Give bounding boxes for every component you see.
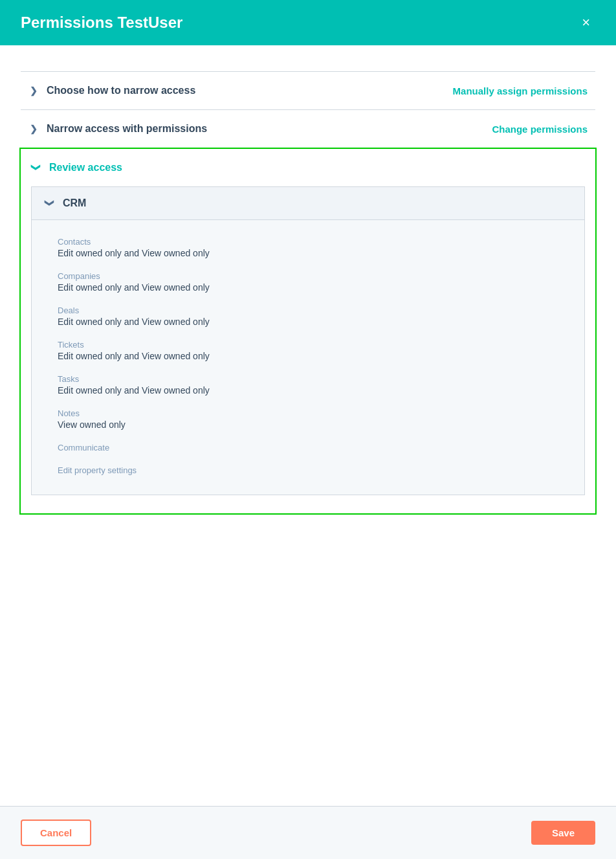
accordion-header-narrow-access[interactable]: Narrow access with permissions Change pe… [21,110,595,148]
permission-value-deals: Edit owned only and View owned only [58,317,569,327]
review-access-title: Review access [49,162,122,173]
permission-item-tasks: Tasks Edit owned only and View owned onl… [58,368,569,402]
permission-label-tasks: Tasks [58,374,569,384]
permission-item-communicate: Communicate [58,436,569,459]
chevron-down-icon [31,162,41,173]
permission-value-tasks: Edit owned only and View owned only [58,385,569,396]
permission-value-contacts: Edit owned only and View owned only [58,248,569,258]
permission-value-companies: Edit owned only and View owned only [58,282,569,293]
accordion-header-left-2: Narrow access with permissions [28,123,207,135]
permission-label-notes: Notes [58,408,569,418]
close-button[interactable]: × [577,13,595,32]
accordion-item-narrow-access: Narrow access with permissions Change pe… [21,109,595,148]
crm-header[interactable]: CRM [32,187,584,219]
chevron-right-icon-2 [28,124,39,134]
crm-body: Contacts Edit owned only and View owned … [32,219,584,495]
crm-chevron-down-icon [45,198,55,208]
accordion-item-choose-access: Choose how to narrow access Manually ass… [21,71,595,109]
permission-value-notes: View owned only [58,419,569,430]
permission-label-companies: Companies [58,271,569,281]
modal-body: Choose how to narrow access Manually ass… [0,45,616,806]
review-access-header[interactable]: Review access [21,149,595,186]
permission-item-companies: Companies Edit owned only and View owned… [58,265,569,299]
change-permissions-link[interactable]: Change permissions [492,124,588,135]
permission-label-contacts: Contacts [58,237,569,247]
permission-label-deals: Deals [58,306,569,315]
chevron-right-icon [28,85,39,96]
modal: Permissions TestUser × Choose how to nar… [0,0,616,859]
permission-item-edit-property: Edit property settings [58,459,569,482]
permission-item-contacts: Contacts Edit owned only and View owned … [58,230,569,265]
review-access-body: CRM Contacts Edit owned only and View ow… [21,186,595,513]
accordion-header-choose-access[interactable]: Choose how to narrow access Manually ass… [21,72,595,109]
manually-assign-permissions-link[interactable]: Manually assign permissions [453,85,588,96]
crm-title: CRM [63,197,86,209]
permission-item-deals: Deals Edit owned only and View owned onl… [58,299,569,333]
accordion-title-narrow-access: Narrow access with permissions [47,123,207,135]
permission-label-tickets: Tickets [58,340,569,350]
permission-item-tickets: Tickets Edit owned only and View owned o… [58,333,569,368]
permission-value-tickets: Edit owned only and View owned only [58,351,569,361]
crm-section: CRM Contacts Edit owned only and View ow… [31,186,585,495]
review-access-section: Review access CRM Contacts Edit owned on… [19,148,597,515]
cancel-button[interactable]: Cancel [21,820,91,846]
modal-title: Permissions TestUser [21,14,182,32]
permission-item-notes: Notes View owned only [58,402,569,436]
modal-footer: Cancel Save [0,806,616,859]
permission-label-edit-property: Edit property settings [58,465,569,475]
modal-header: Permissions TestUser × [0,0,616,45]
accordion-title-choose-access: Choose how to narrow access [47,85,195,96]
accordion-header-left: Choose how to narrow access [28,85,195,96]
save-button[interactable]: Save [531,821,595,845]
permission-label-communicate: Communicate [58,443,569,452]
